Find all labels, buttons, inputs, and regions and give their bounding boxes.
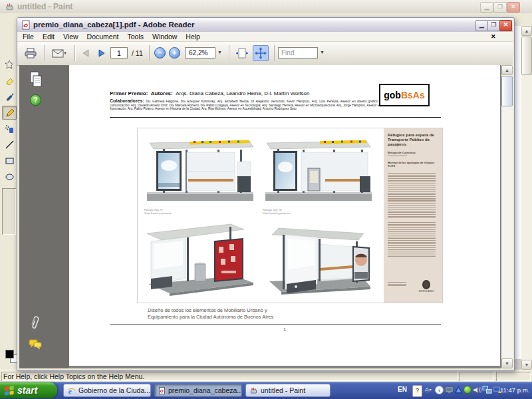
authors-names: Arqs. Diana Cabeza, Leandro Heine, D.I. … <box>176 90 309 96</box>
comments-panel-icon[interactable] <box>29 339 42 350</box>
reader-scroll-down-icon[interactable]: ▼ <box>501 358 513 368</box>
ellipse-tool-icon[interactable] <box>2 170 17 184</box>
paint-scroll-down-icon[interactable]: ▼ <box>521 360 532 370</box>
help-icon[interactable]: ? <box>30 94 41 106</box>
caption-top-left: Refugio Tipo TLVista frontal y posterior <box>144 208 244 215</box>
prize-label: Primer Premio: <box>110 90 148 96</box>
menu-edit[interactable]: Edit <box>43 33 55 41</box>
document-area: Primer Premio: Autores: Arqs. Diana Cabe… <box>69 65 501 368</box>
rectangle-tool-icon[interactable] <box>2 154 17 168</box>
email-button[interactable]: ▾ <box>48 45 70 61</box>
previous-page-icon[interactable] <box>78 45 93 61</box>
adobe-reader-window: premio_diana_cabeza[1].pdf - Adobe Reade… <box>17 17 515 371</box>
info-panel: Refugios para espera de Transporte Públi… <box>384 128 442 303</box>
taskbar-item-pdf-active[interactable]: premio_diana_cabeza... <box>154 384 242 397</box>
reader-window-title: premio_diana_cabeza[1].pdf - Adobe Reade… <box>33 21 194 29</box>
logo-gob-text: gob <box>384 90 401 100</box>
page-number-input[interactable] <box>110 47 128 59</box>
pdf-page: Primer Premio: Autores: Arqs. Diana Cabe… <box>69 65 500 366</box>
collaborators-text: Colaboradores: DG Gabriela Falgione, DG … <box>110 99 381 111</box>
paint-minimize-button[interactable]: ▁ <box>480 2 493 13</box>
panel-footer: BUENOS AIRES <box>388 280 438 296</box>
crest-caption: BUENOS AIRES <box>414 290 438 293</box>
paint-vertical-scrollbar[interactable]: ▲ ▼ <box>521 26 532 370</box>
paint-restore-button[interactable]: ❐ <box>493 2 507 13</box>
authors-label: Autores: <box>151 90 173 96</box>
network-triangle-tray-icon[interactable] <box>454 386 463 394</box>
display-tray-icon[interactable] <box>445 386 454 394</box>
document-close-icon[interactable]: ✕ <box>491 33 496 40</box>
reader-toolbar: ▾ / 11 − + 62,2% ▼ ▼ <box>17 42 513 66</box>
menu-document[interactable]: Document <box>87 33 119 41</box>
paint-close-button[interactable]: ✕ <box>507 2 520 13</box>
attachments-panel-icon[interactable] <box>29 315 41 331</box>
caption-top-right: Refugio Tipo TSVista frontal y posterior <box>263 208 362 215</box>
find-input[interactable] <box>278 47 318 59</box>
find-dropdown-icon[interactable]: ▼ <box>318 47 327 59</box>
paint-tool-options-box <box>2 188 16 235</box>
zoom-dropdown-icon[interactable]: ▼ <box>215 47 224 59</box>
language-bar-indicator[interactable]: EN <box>398 386 407 393</box>
pdf-footer-text: Diseño de todos los elementos de Mobilia… <box>148 307 273 320</box>
panel-title: Refugios para espera de Transporte Públi… <box>388 133 438 147</box>
menu-view[interactable]: View <box>63 33 78 41</box>
volume-tray-icon[interactable] <box>473 386 481 394</box>
menu-file[interactable]: File <box>23 33 34 41</box>
taskbar-clock[interactable]: 11:47 p.m. <box>500 386 530 394</box>
zoom-out-icon[interactable]: − <box>154 47 166 59</box>
pick-color-tool-icon[interactable] <box>2 90 17 104</box>
paint-titlebar: untitled - Paint ▁ ❐ ✕ <box>0 0 532 14</box>
start-button[interactable]: start <box>0 382 57 398</box>
reader-maximize-button[interactable]: ❐ <box>487 20 500 31</box>
antivirus-tray-icon[interactable] <box>464 386 471 394</box>
taskbar-item-internet-explorer[interactable]: e Gobierno de la Ciuda... <box>63 384 151 397</box>
panel-subtitle2: Montaje de las tipologías de refugios TL… <box>388 161 438 168</box>
task-label: untitled - Paint <box>261 386 305 394</box>
reader-titlebar[interactable]: premio_diana_cabeza[1].pdf - Adobe Reade… <box>17 18 513 33</box>
network-connection-tray-icon[interactable] <box>482 386 492 394</box>
paint-status-text: For Help, click Help Topics on the Help … <box>3 372 144 380</box>
zoom-in-icon[interactable]: + <box>169 47 180 59</box>
pages-panel-icon[interactable] <box>29 70 43 88</box>
language-help-button[interactable]: ? <box>412 385 422 397</box>
taskbar-item-paint[interactable]: untitled - Paint <box>245 384 331 397</box>
line-tool-icon[interactable] <box>2 138 17 152</box>
next-page-icon[interactable] <box>94 45 109 61</box>
pdf-file-icon <box>21 20 31 30</box>
footer-rule <box>110 325 441 325</box>
logo-bsas-text: BsAs <box>401 90 425 100</box>
task-label: Gobierno de la Ciuda... <box>78 386 150 394</box>
language-options-icon[interactable]: ⎙▾ <box>424 385 433 396</box>
airbrush-tool-icon[interactable] <box>2 122 17 136</box>
reader-vertical-scrollbar[interactable]: ▲ ▼ <box>501 65 513 368</box>
pdf-header-text: Primer Premio: Autores: Arqs. Diana Cabe… <box>110 86 381 111</box>
reader-minimize-button[interactable]: ▁ <box>475 20 488 31</box>
menu-help[interactable]: Help <box>186 33 200 41</box>
gobbsas-logo: gobBsAs <box>379 84 430 106</box>
reader-scroll-up-icon[interactable]: ▲ <box>501 65 513 75</box>
zoom-level-value[interactable]: 62,2% <box>185 47 215 59</box>
hide-tray-icons-chevron[interactable]: ‹ <box>435 386 444 394</box>
free-form-select-tool-icon[interactable] <box>2 58 17 72</box>
eraser-tool-icon[interactable] <box>2 74 17 88</box>
foreground-color-swatch <box>5 350 14 358</box>
buenos-aires-crest-icon <box>422 280 430 289</box>
paint-scroll-thumb[interactable] <box>521 37 532 75</box>
print-button[interactable] <box>21 45 40 61</box>
fit-page-button-selected[interactable] <box>253 45 269 61</box>
reader-close-button[interactable]: ✕ <box>499 20 512 31</box>
fit-width-button[interactable] <box>234 45 250 61</box>
reader-menubar: File Edit View Document Tools Window Hel… <box>17 32 513 42</box>
pencil-tool-icon[interactable] <box>2 106 17 120</box>
menu-tools[interactable]: Tools <box>127 33 144 41</box>
paint-icon <box>249 386 258 394</box>
panel-body-text-block <box>388 222 436 258</box>
page-number-label: 1 <box>69 327 500 332</box>
adobe-pdf-icon <box>158 386 166 395</box>
shelter-render-front-left <box>143 134 257 205</box>
collaborators-names: DG Gabriela Falgione, DG Ezequiel Kobrin… <box>110 100 381 110</box>
paint-scroll-up-icon[interactable]: ▲ <box>521 26 532 36</box>
menu-window[interactable]: Window <box>152 33 177 41</box>
shelter-render-perspective-left <box>143 217 257 299</box>
reader-scroll-thumb[interactable] <box>501 76 513 106</box>
